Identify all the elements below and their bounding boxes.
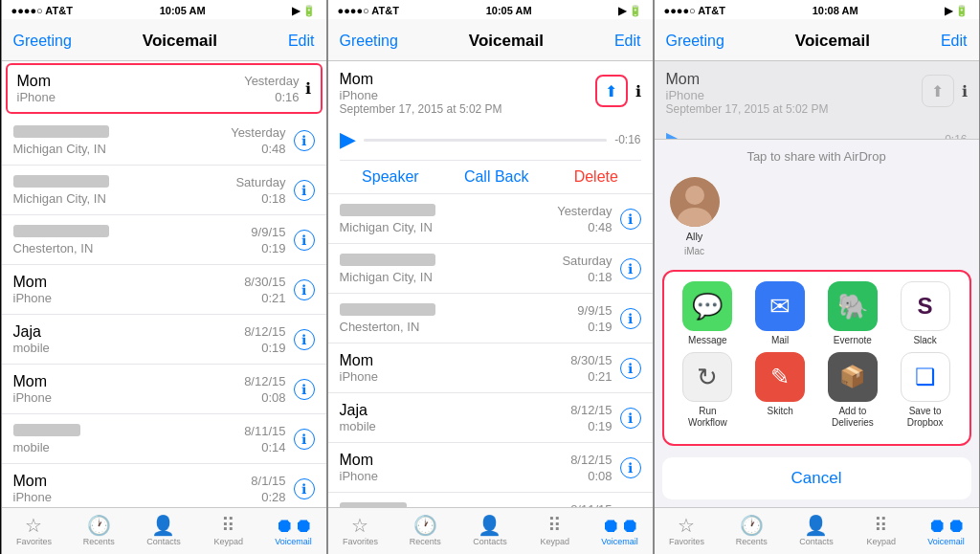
- vm-info-icon[interactable]: ℹ: [620, 457, 641, 478]
- list-item[interactable]: Michigan City, IN Yesterday 0:48 ℹ: [328, 194, 653, 244]
- airdrop-contact-ally[interactable]: Ally iMac: [670, 177, 720, 256]
- tab-voicemail-2[interactable]: ⏺⏺ Voicemail: [588, 508, 653, 554]
- message-icon: 💬: [682, 281, 732, 331]
- share-app-dropbox[interactable]: ❑ Save to Dropbox: [897, 352, 954, 429]
- tab-recents-2[interactable]: 🕐 Recents: [392, 508, 457, 554]
- vm-info-icon[interactable]: ℹ: [294, 130, 315, 151]
- list-item[interactable]: Michigan City, IN Saturday 0:18 ℹ: [328, 244, 653, 294]
- vm-info-icon[interactable]: ℹ: [294, 279, 315, 300]
- vm-info-icon-2[interactable]: ℹ: [635, 82, 641, 100]
- vm-info-icon[interactable]: ℹ: [294, 329, 315, 350]
- nav-left-3[interactable]: Greeting: [666, 33, 724, 50]
- tab-favorites-3[interactable]: ☆ Favorites: [655, 508, 720, 554]
- vm-name: Mom: [13, 274, 245, 291]
- vm-info-icon[interactable]: ℹ: [620, 408, 641, 429]
- nav-right-1[interactable]: Edit: [288, 33, 315, 50]
- tab-recents-1[interactable]: 🕐 Recents: [66, 508, 131, 554]
- tab-voicemail-3[interactable]: ⏺⏺ Voicemail: [914, 508, 979, 554]
- tab-keypad-2[interactable]: ⠿ Keypad: [523, 508, 588, 554]
- vm-date: Yesterday: [557, 204, 612, 218]
- list-item[interactable]: Mom iPhone 8/12/15 0:08 ℹ: [328, 443, 653, 493]
- tab-label: Favorites: [343, 537, 378, 546]
- detail-sub-3: iPhone: [666, 88, 829, 102]
- vm-info-icon-3[interactable]: ℹ: [962, 82, 968, 100]
- play-button-2[interactable]: ▶: [340, 127, 356, 152]
- share-button-2[interactable]: ⬆: [595, 75, 628, 107]
- share-app-slack[interactable]: S Slack: [897, 281, 954, 346]
- nav-left-1[interactable]: Greeting: [13, 33, 72, 50]
- tab-voicemail-1[interactable]: ⏺⏺ Voicemail: [261, 508, 326, 554]
- vm-dur: 0:08: [261, 390, 285, 405]
- list-item[interactable]: Jaja mobile 8/12/15 0:19 ℹ: [2, 315, 326, 365]
- tab-contacts-3[interactable]: 👤 Contacts: [784, 508, 849, 554]
- blurred-name: [340, 303, 435, 316]
- list-item[interactable]: Chesterton, IN 9/9/15 0:19 ℹ: [328, 294, 653, 343]
- vm-info-icon[interactable]: ℹ: [620, 209, 641, 230]
- share-apps-row-1: 💬 Message ✉ Mail 🐘 Everno: [672, 281, 962, 346]
- share-button-3[interactable]: ⬆: [922, 75, 954, 107]
- tab-contacts-1[interactable]: 👤 Contacts: [131, 508, 196, 554]
- tab-favorites-2[interactable]: ☆ Favorites: [328, 508, 393, 554]
- voicemail-icon: ⏺⏺: [601, 516, 639, 535]
- vm-item-selected-1[interactable]: Mom iPhone Yesterday 0:16 ℹ: [6, 63, 323, 114]
- tab-label: Recents: [736, 537, 768, 546]
- share-app-label: Add to Deliveries: [824, 406, 881, 429]
- vm-info-icon-1[interactable]: ℹ: [305, 79, 311, 98]
- phone-1: ●●●●○ AT&T 10:05 AM ▶ 🔋 Greeting Voicema…: [1, 0, 327, 554]
- list-item[interactable]: Mom iPhone 8/1/15 0:28 ℹ: [2, 464, 326, 507]
- status-bar-3: ●●●●○ AT&T 10:08 AM ▶ 🔋: [655, 0, 979, 19]
- clock-icon: 🕐: [740, 516, 764, 535]
- tab-bar-2: ☆ Favorites 🕐 Recents 👤 Contacts ⠿ Keypa…: [328, 507, 653, 554]
- tab-recents-3[interactable]: 🕐 Recents: [719, 508, 784, 554]
- vm-info-icon[interactable]: ℹ: [294, 379, 315, 400]
- vm-info-icon[interactable]: ℹ: [620, 258, 641, 279]
- list-item[interactable]: Mom iPhone 8/30/15 0:21 ℹ: [328, 343, 653, 393]
- list-item[interactable]: Michigan City, IN Yesterday 0:48 ℹ: [2, 116, 326, 166]
- list-item[interactable]: mobile 8/11/15 0:14 ℹ: [328, 493, 653, 507]
- speaker-button-2[interactable]: Speaker: [362, 168, 419, 186]
- list-item[interactable]: Michigan City, IN Saturday 0:18 ℹ: [2, 166, 326, 215]
- vm-info-icon[interactable]: ℹ: [294, 230, 315, 251]
- share-app-deliveries[interactable]: 📦 Add to Deliveries: [824, 352, 881, 429]
- list-item[interactable]: mobile 8/11/15 0:14 ℹ: [2, 414, 326, 464]
- nav-bar-2: Greeting Voicemail Edit: [328, 19, 653, 61]
- list-item[interactable]: Mom iPhone 8/12/15 0:08 ℹ: [2, 365, 326, 414]
- nav-right-3[interactable]: Edit: [941, 33, 968, 50]
- cancel-button[interactable]: Cancel: [662, 457, 971, 499]
- share-app-workflow[interactable]: ↻ Run Workflow: [679, 352, 736, 429]
- list-item[interactable]: Mom iPhone 8/30/15 0:21 ℹ: [2, 265, 326, 315]
- vm-info-icon[interactable]: ℹ: [294, 180, 315, 201]
- tab-keypad-3[interactable]: ⠿ Keypad: [849, 508, 914, 554]
- share-app-mail[interactable]: ✉ Mail: [751, 281, 809, 346]
- signal-3: ●●●●○ AT&T: [664, 5, 725, 16]
- vm-dur-3: 0:19: [261, 241, 285, 255]
- vm-info-icon[interactable]: ℹ: [294, 478, 315, 499]
- keypad-icon: ⠿: [547, 516, 562, 535]
- list-item[interactable]: Chesterton, IN 9/9/15 0:19 ℹ: [2, 215, 326, 265]
- vm-date: 8/12/15: [570, 453, 612, 467]
- tab-label: Contacts: [146, 537, 181, 546]
- vm-info-icon[interactable]: ℹ: [620, 358, 641, 379]
- list-item[interactable]: Jaja mobile 8/12/15 0:19 ℹ: [328, 393, 653, 443]
- tab-contacts-2[interactable]: 👤 Contacts: [457, 508, 523, 554]
- callback-button-2[interactable]: Call Back: [464, 168, 529, 186]
- tab-favorites-1[interactable]: ☆ Favorites: [2, 508, 67, 554]
- tab-keypad-1[interactable]: ⠿ Keypad: [196, 508, 261, 554]
- audio-progress-2[interactable]: [364, 139, 608, 142]
- vm-dur: 0:14: [261, 440, 285, 454]
- share-app-message[interactable]: 💬 Message: [679, 281, 736, 346]
- share-app-skitch[interactable]: ✎ Skitch: [751, 352, 809, 429]
- share-app-evernote[interactable]: 🐘 Evernote: [824, 281, 881, 346]
- delete-button-2[interactable]: Delete: [574, 168, 618, 186]
- nav-right-2[interactable]: Edit: [614, 33, 641, 50]
- vm-dur: 0:18: [588, 270, 612, 284]
- vm-sub: iPhone: [13, 291, 245, 305]
- nav-left-2[interactable]: Greeting: [340, 33, 398, 50]
- nav-title-1: Voicemail: [143, 32, 217, 51]
- vm-sub: mobile: [13, 341, 245, 355]
- vm-info-icon[interactable]: ℹ: [294, 429, 315, 450]
- share-sheet: Tap to share with AirDrop Ally iMac: [655, 139, 979, 507]
- vm-name: Mom: [13, 473, 252, 490]
- vm-info-icon[interactable]: ℹ: [620, 308, 641, 329]
- vm-info-icon[interactable]: ℹ: [620, 507, 641, 508]
